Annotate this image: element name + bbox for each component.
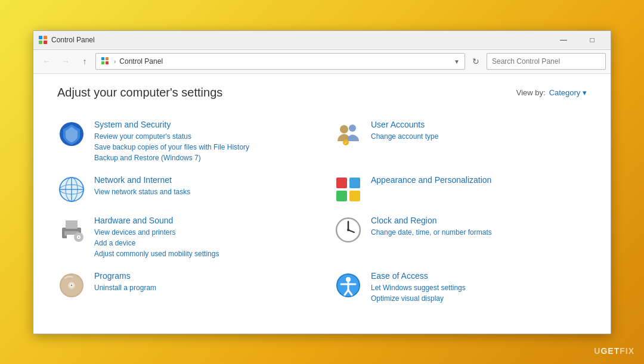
category-network: Network and Internet View network status… <box>57 169 310 210</box>
refresh-button[interactable]: ↻ <box>467 53 484 70</box>
category-appearance: Appearance and Personalization <box>334 169 587 210</box>
title-bar: Control Panel — □ <box>33 31 611 50</box>
svg-rect-20 <box>349 178 360 188</box>
hardware-link-2[interactable]: Add a device <box>94 238 310 248</box>
category-hardware: Hardware and Sound View devices and prin… <box>57 210 310 265</box>
clock-title[interactable]: Clock and Region <box>371 216 587 225</box>
svg-rect-2 <box>39 41 42 44</box>
svg-point-34 <box>347 229 349 231</box>
system-security-title[interactable]: System and Security <box>94 120 310 129</box>
svg-point-39 <box>71 284 73 286</box>
category-programs: Programs Uninstall a program <box>57 265 310 310</box>
watermark-u: U <box>594 346 600 356</box>
address-dropdown-icon[interactable]: ▼ <box>454 58 460 65</box>
clock-link-1[interactable]: Change date, time, or number formats <box>371 227 587 238</box>
nav-bar: ← → ↑ › Control Panel ▼ ↻ <box>33 50 611 74</box>
programs-link-1[interactable]: Uninstall a program <box>94 282 310 293</box>
content-area: Adjust your computer's settings View by:… <box>33 74 611 334</box>
ease-link-2[interactable]: Optimize visual display <box>371 293 587 304</box>
svg-point-9 <box>340 125 348 133</box>
system-security-link-3[interactable]: Backup and Restore (Windows 7) <box>94 153 310 163</box>
svg-rect-25 <box>66 220 78 229</box>
appearance-title[interactable]: Appearance and Personalization <box>371 175 587 185</box>
appearance-icon <box>334 175 363 204</box>
category-ease: Ease of Access Let Windows suggest setti… <box>334 265 587 310</box>
category-user-accounts: ✓ User Accounts Change account type <box>334 114 587 169</box>
system-security-icon <box>57 120 86 148</box>
control-panel-window: Control Panel — □ ← → ↑ › Control Panel … <box>33 30 611 334</box>
address-bar: › Control Panel ▼ <box>95 53 465 70</box>
maximize-button[interactable]: □ <box>578 31 606 49</box>
svg-rect-1 <box>44 36 47 39</box>
svg-rect-6 <box>101 61 104 64</box>
window-title: Control Panel <box>51 36 546 44</box>
system-security-link-1[interactable]: Review your computer's status <box>94 131 310 142</box>
appearance-info: Appearance and Personalization <box>371 175 587 186</box>
programs-title[interactable]: Programs <box>94 271 310 281</box>
view-by-label: View by: <box>516 88 546 97</box>
address-chevron: › <box>114 58 116 65</box>
user-accounts-info: User Accounts Change account type <box>371 120 587 142</box>
network-title[interactable]: Network and Internet <box>94 175 310 185</box>
hardware-title[interactable]: Hardware and Sound <box>94 216 310 225</box>
window-controls: — □ <box>550 31 606 49</box>
ease-link-1[interactable]: Let Windows suggest settings <box>371 282 587 293</box>
user-accounts-icon: ✓ <box>334 120 363 148</box>
user-accounts-title[interactable]: User Accounts <box>371 120 587 129</box>
clock-icon <box>334 216 363 244</box>
view-by: View by: Category ▾ <box>516 88 587 97</box>
header-row: Adjust your computer's settings View by:… <box>57 86 587 99</box>
back-button[interactable]: ← <box>38 53 55 70</box>
up-button[interactable]: ↑ <box>76 53 93 70</box>
category-system-security: System and Security Review your computer… <box>57 114 310 169</box>
svg-text:✓: ✓ <box>344 141 348 145</box>
programs-icon <box>57 271 86 300</box>
hardware-link-3[interactable]: Adjust commonly used mobility settings <box>94 248 310 259</box>
minimize-button[interactable]: — <box>550 31 577 49</box>
svg-point-10 <box>349 125 356 132</box>
ease-icon <box>334 271 363 300</box>
svg-point-29 <box>78 237 79 238</box>
network-info: Network and Internet View network status… <box>94 175 310 197</box>
watermark: UGETFIX <box>594 346 634 356</box>
system-security-info: System and Security Review your computer… <box>94 120 310 163</box>
system-security-link-2[interactable]: Save backup copies of your files with Fi… <box>94 142 310 153</box>
svg-rect-7 <box>106 61 109 64</box>
programs-info: Programs Uninstall a program <box>94 271 310 293</box>
svg-rect-22 <box>349 191 360 201</box>
view-by-dropdown[interactable]: Category ▾ <box>549 88 587 97</box>
watermark-fix: FIX <box>620 346 634 356</box>
ease-info: Ease of Access Let Windows suggest setti… <box>371 271 587 304</box>
svg-rect-21 <box>336 191 347 201</box>
network-link-1[interactable]: View network status and tasks <box>94 186 310 197</box>
svg-rect-19 <box>336 178 347 188</box>
hardware-link-1[interactable]: View devices and printers <box>94 227 310 238</box>
svg-rect-5 <box>106 57 109 60</box>
hardware-info: Hardware and Sound View devices and prin… <box>94 216 310 259</box>
ease-title[interactable]: Ease of Access <box>371 271 587 281</box>
clock-info: Clock and Region Change date, time, or n… <box>371 216 587 238</box>
category-clock: Clock and Region Change date, time, or n… <box>334 210 587 265</box>
page-title: Adjust your computer's settings <box>57 86 222 99</box>
hardware-icon <box>57 216 86 244</box>
categories-grid: System and Security Review your computer… <box>57 114 587 310</box>
svg-rect-4 <box>101 57 104 60</box>
window-icon <box>38 35 48 45</box>
forward-button[interactable]: → <box>57 53 74 70</box>
network-icon <box>57 175 86 204</box>
svg-rect-0 <box>39 36 42 39</box>
address-text: Control Panel <box>119 57 450 66</box>
svg-rect-3 <box>44 41 47 44</box>
search-input[interactable] <box>487 53 606 70</box>
user-accounts-link-1[interactable]: Change account type <box>371 131 587 142</box>
address-bar-icon <box>101 57 110 66</box>
